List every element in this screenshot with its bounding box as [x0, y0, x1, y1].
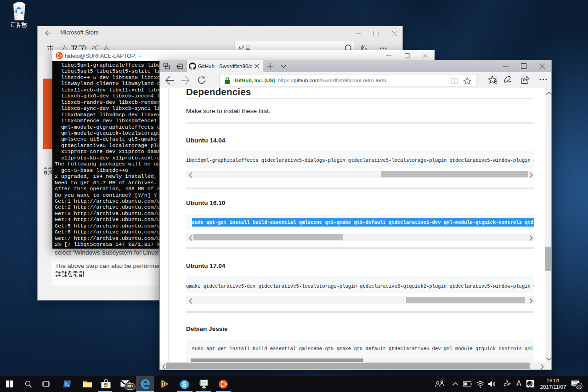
- svg-text:R: R: [163, 382, 165, 386]
- svg-text:23: 23: [577, 384, 582, 388]
